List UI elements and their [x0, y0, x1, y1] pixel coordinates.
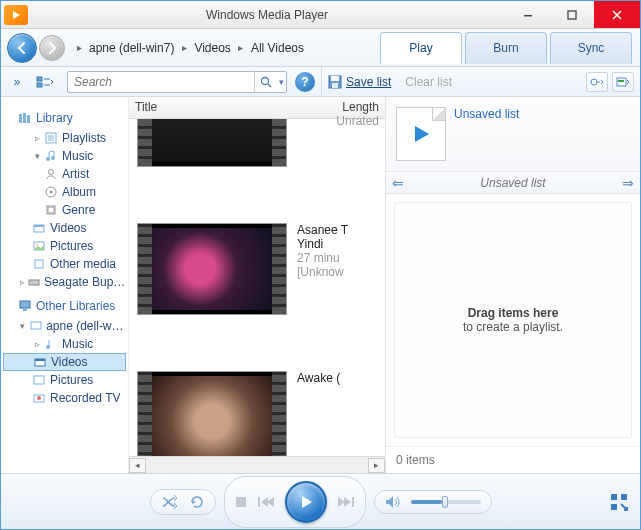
svg-line-8	[268, 84, 271, 87]
tree-other-media[interactable]: Other media	[3, 255, 126, 273]
tree-artist[interactable]: Artist	[3, 165, 126, 183]
tree-genre[interactable]: Genre	[3, 201, 126, 219]
arrow-right-icon[interactable]: ⇒	[622, 175, 634, 191]
repeat-button[interactable]	[189, 494, 205, 510]
video-meta: Asanee T Yindi 27 minu [Unknow	[297, 223, 348, 279]
expander-icon[interactable]: ▾	[31, 151, 43, 161]
tree-music-remote[interactable]: ▹ Music	[3, 335, 126, 353]
svg-rect-31	[20, 301, 30, 308]
playlist-icon	[43, 131, 59, 145]
svg-marker-44	[267, 497, 274, 507]
save-icon	[328, 75, 342, 89]
forward-button[interactable]	[39, 35, 65, 61]
tab-play[interactable]: Play	[380, 32, 462, 64]
expander-icon[interactable]: ▹	[31, 339, 43, 349]
mode-tabs: Play Burn Sync	[377, 32, 634, 64]
list-item[interactable]	[129, 119, 385, 171]
tree-pictures[interactable]: Pictures	[3, 237, 126, 255]
search-box[interactable]: ▾	[67, 71, 287, 93]
video-thumbnail[interactable]	[137, 371, 287, 456]
search-dropdown-icon[interactable]: ▾	[276, 77, 286, 87]
tree-other-libraries[interactable]: Other Libraries	[3, 297, 126, 315]
playlist-header: Unsaved list	[386, 97, 640, 172]
chevron-right-icon[interactable]: ▸	[180, 42, 188, 53]
tree-pictures-remote[interactable]: Pictures	[3, 371, 126, 389]
volume-slider[interactable]	[411, 500, 481, 504]
arrow-left-icon[interactable]: ⇐	[392, 175, 404, 191]
music-icon	[43, 149, 59, 163]
scroll-right-button[interactable]: ▸	[368, 458, 385, 473]
svg-point-19	[51, 156, 55, 160]
toolbar: » ▾ ?	[1, 67, 640, 97]
save-list-button[interactable]: Save list	[346, 75, 391, 89]
stop-button[interactable]	[235, 496, 247, 508]
list-body[interactable]: Asanee T Yindi 27 minu [Unknow Awake (	[129, 119, 385, 456]
svg-rect-50	[611, 494, 617, 500]
playlist-file-icon[interactable]	[396, 107, 446, 161]
tree-library[interactable]: Library	[3, 109, 126, 127]
column-title[interactable]: Title	[129, 97, 303, 118]
drop-text-sub: to create a playlist.	[463, 320, 563, 334]
play-options-button[interactable]	[612, 72, 634, 92]
search-icon[interactable]	[254, 71, 276, 93]
organize-menu-button[interactable]: »	[7, 71, 27, 93]
breadcrumb-item[interactable]: apne (dell-win7)	[83, 38, 180, 58]
switch-to-now-playing-button[interactable]	[608, 491, 630, 513]
expander-icon[interactable]: ▾	[17, 321, 28, 331]
view-options-button[interactable]	[31, 71, 59, 93]
mute-button[interactable]	[385, 495, 401, 509]
search-input[interactable]	[68, 75, 254, 89]
shuffle-button[interactable]	[161, 494, 179, 510]
svg-rect-2	[568, 11, 576, 19]
playlist-drop-area[interactable]: Drag items here to create a playlist.	[394, 202, 632, 438]
previous-button[interactable]	[257, 495, 275, 509]
column-length[interactable]: Length Unrated	[303, 97, 385, 118]
video-thumbnail[interactable]	[137, 119, 287, 167]
tree-album[interactable]: Album	[3, 183, 126, 201]
list-item[interactable]: Awake (	[129, 367, 385, 456]
help-button[interactable]: ?	[295, 72, 315, 92]
next-button[interactable]	[337, 495, 355, 509]
breadcrumb-item[interactable]: Videos	[188, 38, 236, 58]
volume-group	[374, 490, 492, 514]
tab-burn[interactable]: Burn	[465, 32, 547, 64]
svg-marker-49	[386, 496, 393, 508]
drop-text-bold: Drag items here	[468, 306, 559, 320]
playlist-panel: Unsaved list ⇐ Unsaved list ⇒ Drag items…	[386, 97, 640, 473]
tree-playlists[interactable]: ▹ Playlists	[3, 129, 126, 147]
tree-videos[interactable]: Videos	[3, 219, 126, 237]
horizontal-scrollbar[interactable]: ◂ ▸	[129, 456, 385, 473]
close-button[interactable]	[594, 1, 640, 28]
maximize-button[interactable]	[550, 1, 594, 28]
svg-rect-1	[524, 15, 532, 17]
playlist-name-link[interactable]: Unsaved list	[454, 107, 519, 161]
expander-icon[interactable]: ▹	[31, 133, 43, 143]
tree-seagate[interactable]: ▹ Seagate Bup Slim	[3, 273, 126, 291]
video-thumbnail[interactable]	[137, 223, 287, 315]
tab-sync[interactable]: Sync	[550, 32, 632, 64]
svg-point-22	[50, 191, 53, 194]
scroll-left-button[interactable]: ◂	[129, 458, 146, 473]
chevron-right-icon[interactable]: ▸	[237, 42, 245, 53]
back-button[interactable]	[7, 33, 37, 63]
music-icon	[43, 337, 59, 351]
volume-thumb[interactable]	[442, 496, 448, 508]
list-options-button[interactable]	[586, 72, 608, 92]
list-item[interactable]: Asanee T Yindi 27 minu [Unknow	[129, 219, 385, 319]
tree-apne[interactable]: ▾ apne (dell-win7)	[3, 317, 126, 335]
svg-rect-42	[258, 497, 260, 507]
content-area: Library ▹ Playlists ▾ Music Artist Album	[1, 97, 640, 473]
chevron-right-icon[interactable]: ▸	[75, 42, 83, 53]
minimize-button[interactable]	[506, 1, 550, 28]
expander-icon[interactable]: ▹	[17, 277, 27, 287]
svg-marker-43	[261, 497, 268, 507]
play-button[interactable]	[285, 481, 327, 523]
svg-rect-15	[23, 113, 26, 123]
svg-point-12	[591, 79, 597, 85]
tree-videos-remote[interactable]: Videos	[3, 353, 126, 371]
breadcrumb-item[interactable]: All Videos	[245, 38, 310, 58]
tree-recorded-tv[interactable]: Recorded TV	[3, 389, 126, 407]
svg-point-20	[49, 170, 54, 175]
tree-music[interactable]: ▾ Music	[3, 147, 126, 165]
svg-marker-0	[13, 11, 20, 19]
